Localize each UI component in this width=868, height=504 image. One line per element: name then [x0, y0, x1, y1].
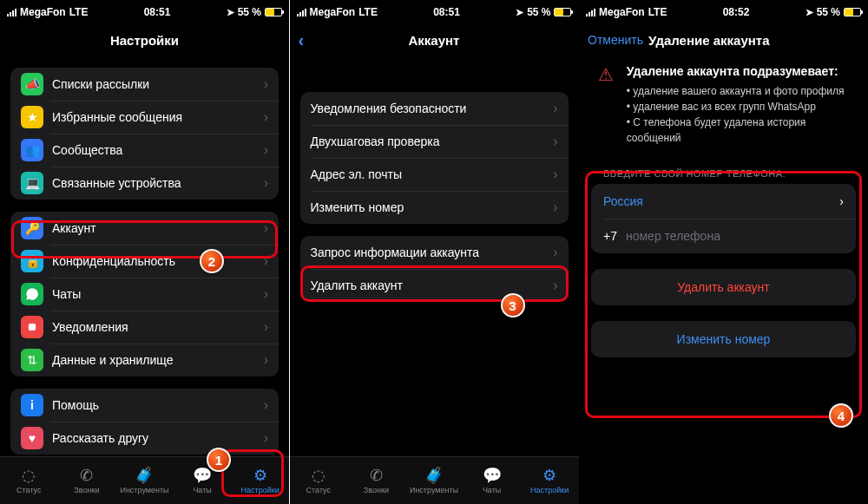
chat-icon: 💬 [194, 467, 211, 484]
chevron-right-icon: › [553, 134, 557, 149]
tab-chats[interactable]: 💬 Чаты [463, 457, 521, 504]
phone-input-group: Россия › +7 номер телефона [591, 184, 856, 253]
row-linked-devices[interactable]: 💻 Связанные устройства › [10, 167, 279, 200]
laptop-icon: 💻 [21, 172, 43, 194]
chevron-right-icon: › [264, 253, 268, 269]
phone-icon: ✆ [78, 467, 95, 484]
signal-icon [586, 9, 595, 16]
step-badge-4: 4 [829, 403, 853, 428]
info-icon: i [21, 394, 43, 416]
header-settings: Настройки [0, 24, 289, 56]
chevron-right-icon: › [553, 101, 557, 116]
chevron-right-icon: › [264, 397, 268, 413]
tab-status[interactable]: ◌ Статус [290, 457, 348, 504]
phone-prefix: +7 [603, 229, 617, 243]
signal-icon [7, 9, 16, 16]
tab-tools[interactable]: 🧳 Инструменты [115, 457, 174, 504]
tab-status[interactable]: ◌ Статус [0, 457, 58, 504]
carrier-label: MegaFon [20, 6, 66, 18]
battery-icon [844, 8, 861, 16]
settings-group-3: i Помощь › ♥ Рассказать другу › [10, 389, 279, 455]
whatsapp-icon [21, 283, 43, 305]
screen-delete-account: MegaFon LTE 08:52 ➤ 55 % Отменить Удален… [579, 0, 868, 504]
row-two-step[interactable]: Двухшаговая проверка › [300, 125, 569, 158]
row-delete-account[interactable]: Удалить аккаунт › [300, 269, 569, 302]
header-delete: Отменить Удаление аккаунта [579, 24, 868, 56]
page-title: Аккаунт [409, 33, 460, 48]
megaphone-icon: 📣 [21, 73, 43, 95]
gear-icon: ⚙ [541, 467, 558, 484]
chevron-right-icon: › [839, 194, 844, 208]
tab-bar: ◌ Статус ✆ Звонки 🧳 Инструменты 💬 Чаты ⚙… [290, 456, 579, 504]
chevron-right-icon: › [264, 175, 268, 191]
country-name: Россия [603, 194, 839, 208]
row-request-info[interactable]: Запрос информации аккаунта › [300, 236, 569, 269]
tab-calls[interactable]: ✆ Звонки [347, 457, 405, 504]
settings-group-1: 📣 Списки рассылки › ★ Избранные сообщени… [10, 68, 279, 200]
row-storage[interactable]: ⇅ Данные и хранилище › [10, 344, 279, 376]
row-chats[interactable]: Чаты › [10, 278, 279, 311]
chevron-right-icon: › [264, 319, 268, 335]
chevron-right-icon: › [264, 109, 268, 125]
chevron-right-icon: › [264, 142, 268, 158]
chevron-right-icon: › [264, 76, 268, 92]
phone-section-label: ВВЕДИТЕ СВОЙ НОМЕР ТЕЛЕФОНА: [603, 168, 844, 179]
key-icon: 🔑 [21, 217, 43, 239]
svg-rect-0 [29, 324, 36, 331]
warning-item: С телефона будет удалена история сообщен… [627, 115, 851, 146]
row-starred-messages[interactable]: ★ Избранные сообщения › [10, 101, 279, 134]
account-group-2: Запрос информации аккаунта › Удалить акк… [300, 236, 569, 302]
lock-icon: 🔒 [21, 250, 43, 272]
row-notifications[interactable]: Уведомления › [10, 311, 279, 344]
chevron-right-icon: › [553, 278, 557, 293]
people-icon: 👥 [21, 139, 43, 161]
back-button[interactable]: ‹ [299, 30, 305, 50]
tab-settings[interactable]: ⚙ Настройки [521, 457, 579, 504]
row-privacy[interactable]: 🔒 Конфиденциальность › [10, 245, 279, 278]
status-icon: ◌ [310, 467, 327, 484]
screen-settings: MegaFon LTE 08:51 ➤ 55 % Настройки 📣 Спи… [0, 0, 289, 504]
tab-bar: ◌ Статус ✆ Звонки 🧳 Инструменты 💬 Чаты ⚙… [0, 456, 289, 504]
tab-tools[interactable]: 🧳 Инструменты [405, 457, 464, 504]
tab-settings[interactable]: ⚙ Настройки [231, 457, 289, 504]
row-email[interactable]: Адрес эл. почты › [300, 158, 569, 191]
step-badge-1: 1 [207, 448, 231, 472]
clock-label: 08:51 [144, 6, 171, 18]
phone-placeholder: номер телефона [626, 229, 720, 243]
chevron-right-icon: › [264, 430, 268, 446]
location-icon: ➤ [227, 7, 234, 18]
briefcase-icon: 🧳 [425, 467, 443, 484]
chevron-right-icon: › [264, 220, 268, 236]
gear-icon: ⚙ [252, 467, 269, 484]
briefcase-icon: 🧳 [135, 467, 153, 484]
row-tell-friend[interactable]: ♥ Рассказать другу › [10, 422, 279, 455]
tab-calls[interactable]: ✆ Звонки [58, 457, 116, 504]
cancel-button[interactable]: Отменить [588, 33, 643, 47]
status-bar: MegaFon LTE 08:51 ➤ 55 % [0, 0, 289, 24]
change-number-button[interactable]: Изменить номер [591, 321, 856, 357]
row-change-number[interactable]: Изменить номер › [300, 191, 569, 224]
screen-account: MegaFon LTE 08:51 ➤ 55 % ‹ Аккаунт Уведо… [290, 0, 579, 504]
delete-account-button[interactable]: Удалить аккаунт [591, 269, 856, 305]
battery-icon [554, 8, 571, 16]
network-label: LTE [69, 6, 89, 18]
warning-title: Удаление аккаунта подразумевает: [627, 64, 851, 78]
step-badge-3: 3 [501, 293, 525, 317]
chevron-right-icon: › [553, 167, 557, 182]
status-bar: MegaFon LTE 08:52 ➤ 55 % [579, 0, 868, 24]
phone-number-input[interactable]: +7 номер телефона [591, 219, 856, 253]
country-selector[interactable]: Россия › [591, 184, 856, 219]
chat-icon: 💬 [483, 467, 501, 484]
row-security-notifications[interactable]: Уведомления безопасности › [300, 92, 569, 125]
phone-icon: ✆ [367, 467, 385, 484]
chevron-right-icon: › [264, 352, 268, 368]
status-bar: MegaFon LTE 08:51 ➤ 55 % [290, 0, 579, 24]
account-group-1: Уведомления безопасности › Двухшаговая п… [300, 92, 569, 224]
heart-icon: ♥ [21, 427, 43, 449]
row-help[interactable]: i Помощь › [10, 389, 279, 422]
row-account[interactable]: 🔑 Аккаунт › [10, 212, 279, 245]
row-broadcast-lists[interactable]: 📣 Списки рассылки › [10, 68, 279, 101]
row-communities[interactable]: 👥 Сообщества › [10, 134, 279, 167]
page-title: Удаление аккаунта [648, 33, 770, 48]
step-badge-2: 2 [200, 249, 224, 273]
